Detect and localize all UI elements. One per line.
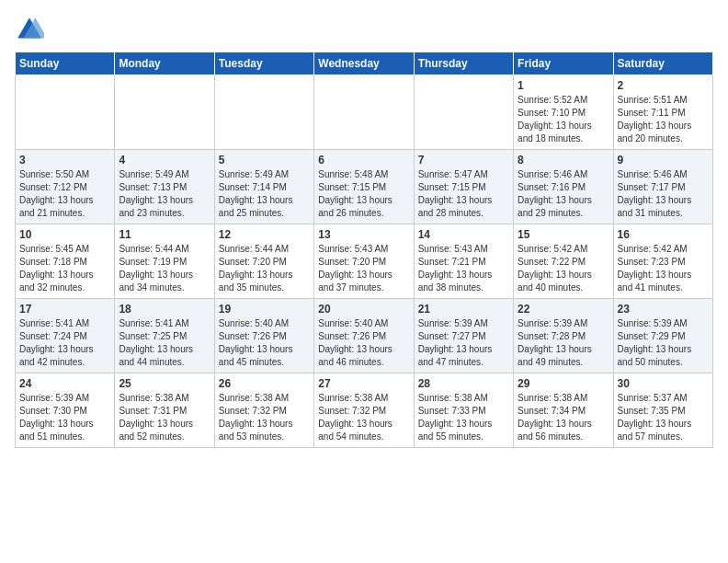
day-number: 21	[418, 303, 509, 316]
day-number: 10	[19, 228, 110, 241]
column-header-wednesday: Wednesday	[314, 52, 414, 75]
calendar-cell: 5Sunrise: 5:49 AM Sunset: 7:14 PM Daylig…	[214, 150, 313, 224]
day-info: Sunrise: 5:44 AM Sunset: 7:20 PM Dayligh…	[219, 243, 310, 294]
day-info: Sunrise: 5:38 AM Sunset: 7:33 PM Dayligh…	[418, 392, 509, 443]
day-info: Sunrise: 5:47 AM Sunset: 7:15 PM Dayligh…	[418, 168, 509, 220]
day-info: Sunrise: 5:37 AM Sunset: 7:35 PM Dayligh…	[618, 392, 709, 443]
day-number: 7	[418, 154, 509, 167]
calendar-cell: 15Sunrise: 5:42 AM Sunset: 7:22 PM Dayli…	[514, 224, 613, 299]
calendar-cell: 17Sunrise: 5:41 AM Sunset: 7:24 PM Dayli…	[16, 299, 115, 373]
calendar-cell: 23Sunrise: 5:39 AM Sunset: 7:29 PM Dayli…	[613, 299, 712, 373]
day-info: Sunrise: 5:41 AM Sunset: 7:24 PM Dayligh…	[19, 317, 110, 369]
calendar-cell: 26Sunrise: 5:38 AM Sunset: 7:32 PM Dayli…	[214, 373, 313, 448]
week-row-1: 1Sunrise: 5:52 AM Sunset: 7:10 PM Daylig…	[16, 75, 713, 150]
day-number: 6	[318, 154, 409, 167]
day-number: 8	[518, 154, 609, 167]
calendar-cell: 8Sunrise: 5:46 AM Sunset: 7:16 PM Daylig…	[514, 150, 613, 224]
calendar-cell	[16, 75, 115, 150]
day-number: 14	[418, 228, 509, 241]
day-number: 15	[518, 228, 609, 241]
day-info: Sunrise: 5:49 AM Sunset: 7:13 PM Dayligh…	[119, 168, 210, 220]
calendar-cell: 25Sunrise: 5:38 AM Sunset: 7:31 PM Dayli…	[115, 373, 214, 448]
calendar-cell: 20Sunrise: 5:40 AM Sunset: 7:26 PM Dayli…	[314, 299, 414, 373]
calendar-cell: 29Sunrise: 5:38 AM Sunset: 7:34 PM Dayli…	[514, 373, 613, 448]
calendar-cell: 10Sunrise: 5:45 AM Sunset: 7:18 PM Dayli…	[16, 224, 115, 299]
day-number: 30	[618, 377, 709, 390]
calendar-cell: 19Sunrise: 5:40 AM Sunset: 7:26 PM Dayli…	[214, 299, 313, 373]
day-info: Sunrise: 5:40 AM Sunset: 7:26 PM Dayligh…	[318, 317, 409, 369]
day-number: 25	[119, 377, 210, 390]
calendar-cell	[214, 75, 313, 150]
column-header-sunday: Sunday	[16, 52, 115, 75]
calendar-cell: 24Sunrise: 5:39 AM Sunset: 7:30 PM Dayli…	[16, 373, 115, 448]
day-info: Sunrise: 5:44 AM Sunset: 7:19 PM Dayligh…	[119, 243, 210, 294]
calendar-cell: 12Sunrise: 5:44 AM Sunset: 7:20 PM Dayli…	[214, 224, 313, 299]
week-row-2: 3Sunrise: 5:50 AM Sunset: 7:12 PM Daylig…	[16, 150, 713, 224]
week-row-3: 10Sunrise: 5:45 AM Sunset: 7:18 PM Dayli…	[16, 224, 713, 299]
calendar-cell: 21Sunrise: 5:39 AM Sunset: 7:27 PM Dayli…	[414, 299, 513, 373]
day-number: 26	[219, 377, 310, 390]
day-number: 12	[219, 228, 310, 241]
calendar-cell: 22Sunrise: 5:39 AM Sunset: 7:28 PM Dayli…	[514, 299, 613, 373]
day-number: 5	[219, 154, 310, 167]
calendar-cell: 14Sunrise: 5:43 AM Sunset: 7:21 PM Dayli…	[414, 224, 513, 299]
day-number: 13	[318, 228, 409, 241]
week-row-5: 24Sunrise: 5:39 AM Sunset: 7:30 PM Dayli…	[16, 373, 713, 448]
column-header-tuesday: Tuesday	[214, 52, 313, 75]
day-number: 4	[119, 154, 210, 167]
day-info: Sunrise: 5:46 AM Sunset: 7:17 PM Dayligh…	[618, 168, 709, 220]
day-info: Sunrise: 5:51 AM Sunset: 7:11 PM Dayligh…	[618, 94, 709, 145]
day-number: 9	[618, 154, 709, 167]
calendar-cell: 7Sunrise: 5:47 AM Sunset: 7:15 PM Daylig…	[414, 150, 513, 224]
column-header-thursday: Thursday	[414, 52, 513, 75]
column-header-monday: Monday	[115, 52, 214, 75]
day-number: 1	[518, 79, 609, 92]
page-header	[15, 15, 713, 44]
day-number: 11	[119, 228, 210, 241]
day-number: 24	[19, 377, 110, 390]
day-info: Sunrise: 5:41 AM Sunset: 7:25 PM Dayligh…	[119, 317, 210, 369]
day-info: Sunrise: 5:49 AM Sunset: 7:14 PM Dayligh…	[219, 168, 310, 220]
day-number: 27	[318, 377, 409, 390]
calendar-cell: 28Sunrise: 5:38 AM Sunset: 7:33 PM Dayli…	[414, 373, 513, 448]
day-info: Sunrise: 5:50 AM Sunset: 7:12 PM Dayligh…	[19, 168, 110, 220]
column-header-friday: Friday	[514, 52, 613, 75]
week-row-4: 17Sunrise: 5:41 AM Sunset: 7:24 PM Dayli…	[16, 299, 713, 373]
logo-icon	[15, 15, 44, 44]
day-info: Sunrise: 5:48 AM Sunset: 7:15 PM Dayligh…	[318, 168, 409, 220]
day-info: Sunrise: 5:39 AM Sunset: 7:29 PM Dayligh…	[618, 317, 709, 369]
day-number: 19	[219, 303, 310, 316]
calendar-cell: 11Sunrise: 5:44 AM Sunset: 7:19 PM Dayli…	[115, 224, 214, 299]
day-number: 20	[318, 303, 409, 316]
calendar-cell	[115, 75, 214, 150]
calendar-cell: 4Sunrise: 5:49 AM Sunset: 7:13 PM Daylig…	[115, 150, 214, 224]
calendar-cell: 2Sunrise: 5:51 AM Sunset: 7:11 PM Daylig…	[613, 75, 712, 150]
day-info: Sunrise: 5:43 AM Sunset: 7:20 PM Dayligh…	[318, 243, 409, 294]
day-info: Sunrise: 5:39 AM Sunset: 7:27 PM Dayligh…	[418, 317, 509, 369]
calendar-cell: 16Sunrise: 5:42 AM Sunset: 7:23 PM Dayli…	[613, 224, 712, 299]
day-number: 17	[19, 303, 110, 316]
calendar-table: SundayMondayTuesdayWednesdayThursdayFrid…	[15, 52, 713, 448]
calendar-cell: 18Sunrise: 5:41 AM Sunset: 7:25 PM Dayli…	[115, 299, 214, 373]
day-number: 18	[119, 303, 210, 316]
day-info: Sunrise: 5:40 AM Sunset: 7:26 PM Dayligh…	[219, 317, 310, 369]
day-info: Sunrise: 5:39 AM Sunset: 7:30 PM Dayligh…	[19, 392, 110, 443]
calendar-cell: 1Sunrise: 5:52 AM Sunset: 7:10 PM Daylig…	[514, 75, 613, 150]
day-info: Sunrise: 5:42 AM Sunset: 7:22 PM Dayligh…	[518, 243, 609, 294]
day-number: 28	[418, 377, 509, 390]
day-number: 29	[518, 377, 609, 390]
day-number: 23	[618, 303, 709, 316]
day-number: 3	[19, 154, 110, 167]
calendar-cell	[414, 75, 513, 150]
calendar-cell: 30Sunrise: 5:37 AM Sunset: 7:35 PM Dayli…	[613, 373, 712, 448]
day-info: Sunrise: 5:45 AM Sunset: 7:18 PM Dayligh…	[19, 243, 110, 294]
logo	[15, 15, 48, 44]
day-info: Sunrise: 5:38 AM Sunset: 7:32 PM Dayligh…	[219, 392, 310, 443]
day-info: Sunrise: 5:43 AM Sunset: 7:21 PM Dayligh…	[418, 243, 509, 294]
day-number: 16	[618, 228, 709, 241]
day-info: Sunrise: 5:38 AM Sunset: 7:34 PM Dayligh…	[518, 392, 609, 443]
day-info: Sunrise: 5:46 AM Sunset: 7:16 PM Dayligh…	[518, 168, 609, 220]
calendar-cell: 13Sunrise: 5:43 AM Sunset: 7:20 PM Dayli…	[314, 224, 414, 299]
calendar-cell: 3Sunrise: 5:50 AM Sunset: 7:12 PM Daylig…	[16, 150, 115, 224]
column-header-saturday: Saturday	[613, 52, 712, 75]
